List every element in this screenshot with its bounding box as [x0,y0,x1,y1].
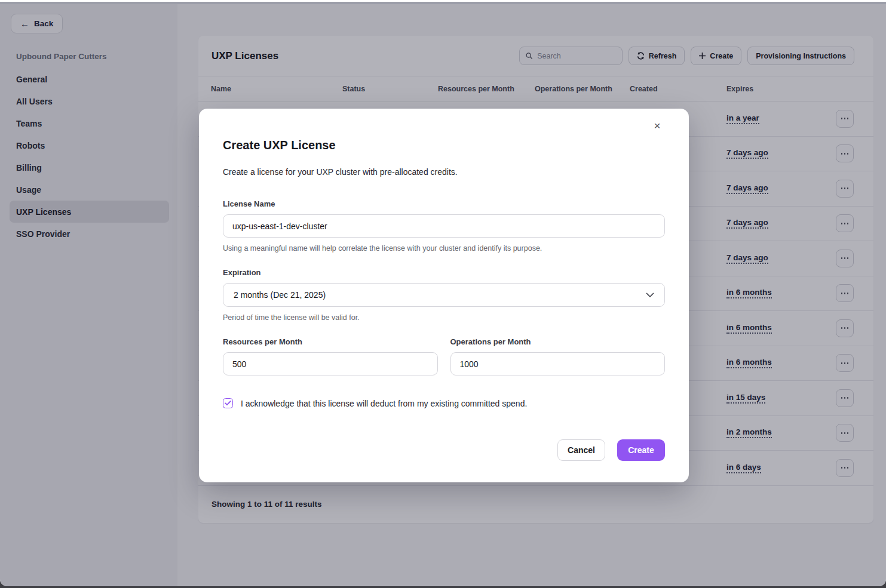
expiration-label: Expiration [223,268,665,277]
app-window: ← Back Upbound Paper Cutters General All… [0,2,886,586]
chevron-down-icon [646,293,654,298]
close-icon[interactable]: × [649,118,665,134]
resources-per-month-input[interactable] [223,352,438,375]
license-name-input[interactable] [223,214,665,238]
acknowledge-checkbox[interactable] [223,398,233,408]
cancel-button[interactable]: Cancel [557,439,605,461]
modal-title: Create UXP License [223,138,665,152]
license-name-help: Using a meaningful name will help correl… [223,244,665,253]
modal-description: Create a license for your UXP cluster wi… [223,167,665,177]
expiration-selected-value: 2 months (Dec 21, 2025) [234,290,326,300]
expiration-select[interactable]: 2 months (Dec 21, 2025) [223,283,665,307]
operations-per-month-input[interactable] [450,352,666,375]
check-icon [225,401,231,406]
create-uxp-license-modal: × Create UXP License Create a license fo… [199,109,689,482]
acknowledge-label: I acknowledge that this license will ded… [241,399,527,408]
operations-per-month-label: Operations per Month [450,337,666,346]
modal-create-button[interactable]: Create [617,439,665,461]
resources-per-month-label: Resources per Month [223,337,438,346]
license-name-label: License Name [223,199,665,208]
expiration-help: Period of time the license will be valid… [223,313,665,322]
